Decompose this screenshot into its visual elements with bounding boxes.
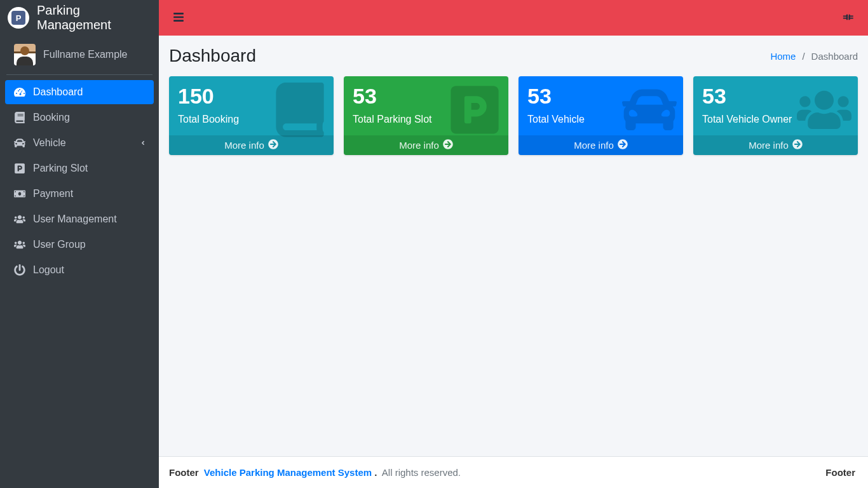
- sidebar-nav: Dashboard Booking Vehicle: [0, 75, 159, 288]
- sidebar-item-booking[interactable]: Booking: [5, 105, 154, 130]
- sidebar-item-label: User Group: [33, 239, 86, 250]
- fullscreen-button[interactable]: [839, 8, 858, 29]
- footer-right: Footer: [825, 467, 858, 478]
- breadcrumb: Home Dashboard: [770, 51, 858, 62]
- card-more-info-link[interactable]: More info: [344, 135, 508, 155]
- users-icon: [13, 214, 27, 225]
- card-label: Total Parking Slot: [353, 114, 499, 125]
- card-total-vehicle: 53 Total Vehicle More info: [519, 76, 683, 155]
- footer-dot: .: [374, 467, 377, 478]
- card-more-info-link[interactable]: More info: [169, 135, 334, 155]
- more-info-text: More info: [399, 140, 439, 151]
- card-value: 150: [178, 84, 325, 109]
- brand[interactable]: P Parking Management: [0, 0, 159, 36]
- sidebar-item-label: Booking: [33, 112, 70, 123]
- footer-rights: All rights reserved.: [382, 467, 461, 478]
- sidebar-item-vehicle[interactable]: Vehicle: [5, 131, 154, 155]
- users-icon: [13, 239, 27, 250]
- sidebar-item-user-management[interactable]: User Management: [5, 207, 154, 231]
- breadcrumb-home[interactable]: Home: [770, 51, 796, 62]
- sidebar-item-user-group[interactable]: User Group: [5, 233, 154, 257]
- user-panel[interactable]: Fullname Example: [6, 36, 153, 75]
- arrow-circle-right-icon: [792, 139, 803, 151]
- card-total-parking-slot: 53 Total Parking Slot More info: [344, 76, 508, 155]
- compress-icon: [843, 15, 854, 25]
- sidebar-item-logout[interactable]: Logout: [5, 258, 154, 282]
- sidebar: P Parking Management Fullname Example Da…: [0, 0, 159, 488]
- card-label: Total Booking: [178, 114, 325, 125]
- more-info-text: More info: [224, 140, 264, 151]
- content-header: Dashboard Home Dashboard: [159, 36, 868, 71]
- book-icon: [13, 112, 27, 123]
- car-icon: [13, 137, 27, 149]
- sidebar-item-parking-slot[interactable]: Parking Slot: [5, 156, 154, 180]
- parking-icon: [13, 163, 27, 174]
- card-more-info-link[interactable]: More info: [519, 135, 683, 155]
- card-value: 53: [353, 84, 499, 109]
- breadcrumb-current: Dashboard: [811, 51, 858, 62]
- arrow-circle-right-icon: [443, 139, 453, 151]
- footer-right-text: Footer: [825, 467, 855, 478]
- user-fullname: Fullname Example: [43, 49, 128, 60]
- tachometer-icon: [13, 86, 27, 98]
- avatar: [14, 44, 36, 65]
- main-wrapper: Dashboard Home Dashboard 150 Total Booki…: [159, 0, 868, 488]
- card-value: 53: [527, 84, 674, 109]
- card-label: Total Vehicle: [527, 114, 674, 125]
- arrow-circle-right-icon: [618, 139, 628, 151]
- sidebar-item-label: Dashboard: [33, 86, 83, 98]
- sidebar-item-label: Parking Slot: [33, 163, 88, 174]
- more-info-text: More info: [749, 140, 789, 151]
- sidebar-item-dashboard[interactable]: Dashboard: [5, 80, 154, 104]
- sidebar-item-label: User Management: [33, 214, 117, 225]
- sidebar-item-payment[interactable]: Payment: [5, 182, 154, 206]
- stat-cards-row: 150 Total Booking More info 53 Total Par…: [169, 76, 858, 155]
- card-total-vehicle-owner: 53 Total Vehicle Owner More info: [693, 76, 858, 155]
- topbar: [159, 0, 868, 36]
- content: 150 Total Booking More info 53 Total Par…: [159, 71, 868, 456]
- card-more-info-link[interactable]: More info: [693, 135, 858, 155]
- sidebar-item-label: Payment: [33, 188, 73, 200]
- footer-link[interactable]: Vehicle Parking Management System: [204, 467, 372, 478]
- money-icon: [13, 188, 27, 200]
- arrow-circle-right-icon: [268, 139, 278, 151]
- footer-prefix: Footer: [169, 467, 199, 478]
- more-info-text: More info: [574, 140, 614, 151]
- brand-title: Parking Management: [37, 3, 151, 32]
- bars-icon: [173, 15, 184, 25]
- card-value: 53: [702, 84, 849, 109]
- sidebar-toggle-button[interactable]: [169, 8, 188, 29]
- brand-logo: P: [8, 7, 29, 29]
- power-icon: [13, 264, 27, 276]
- chevron-left-icon: [140, 137, 146, 149]
- page-title: Dashboard: [169, 46, 256, 66]
- sidebar-item-label: Logout: [33, 264, 64, 276]
- footer: Footer Vehicle Parking Management System…: [159, 456, 868, 488]
- sidebar-item-label: Vehicle: [33, 137, 66, 149]
- card-label: Total Vehicle Owner: [702, 114, 849, 125]
- card-total-booking: 150 Total Booking More info: [169, 76, 334, 155]
- footer-left: Footer Vehicle Parking Management System…: [169, 467, 461, 478]
- brand-logo-text: P: [11, 11, 25, 25]
